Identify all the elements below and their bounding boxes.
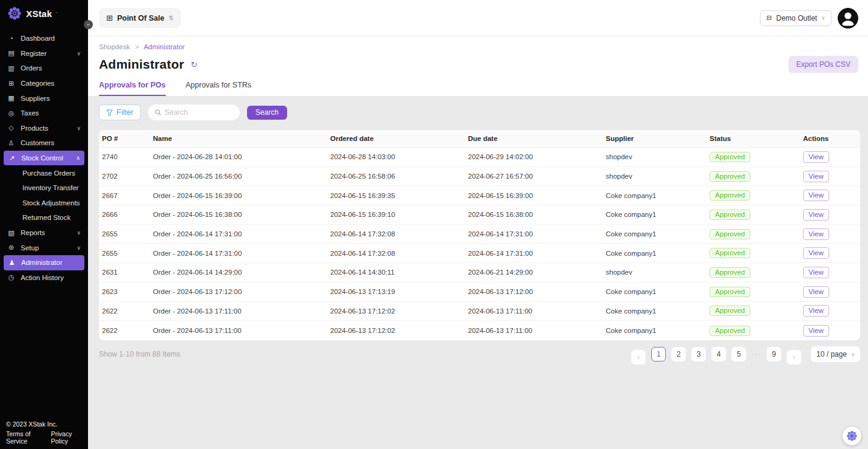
sidebar-item-register[interactable]: ▤ Register ∨ bbox=[0, 46, 88, 61]
view-button[interactable]: View bbox=[803, 190, 829, 201]
column-header-status: Status bbox=[707, 135, 800, 142]
privacy-policy-link[interactable]: Privacy Policy bbox=[51, 430, 82, 445]
view-button[interactable]: View bbox=[803, 305, 829, 317]
sidebar-item-label: Categories bbox=[21, 80, 55, 87]
status-badge: Approved bbox=[710, 326, 750, 336]
export-pos-csv-button[interactable]: Export POs CSV bbox=[788, 56, 858, 73]
cell-supplier: Coke company1 bbox=[603, 288, 707, 295]
store-icon: ⊟ bbox=[767, 14, 772, 22]
view-button[interactable]: View bbox=[803, 247, 829, 259]
chat-widget-button[interactable] bbox=[843, 427, 861, 445]
cell-po-number: 2667 bbox=[99, 192, 150, 199]
app-switcher[interactable]: ⊞ Point Of Sale ⇅ bbox=[99, 8, 181, 28]
search-input[interactable] bbox=[164, 108, 233, 117]
table-row: 2667 Order - 2024-06-15 16:39:00 2024-06… bbox=[99, 186, 860, 205]
cell-ordered-date: 2024-06-28 14:03:00 bbox=[327, 153, 465, 160]
tab-approvals-for-strs[interactable]: Approvals for STRs bbox=[186, 81, 251, 96]
breadcrumb-current[interactable]: Administrator bbox=[144, 43, 185, 50]
table-row: 2655 Order - 2024-06-14 17:31:00 2024-06… bbox=[99, 225, 860, 244]
sidebar-item-products[interactable]: ◇ Products ∨ bbox=[0, 121, 88, 136]
page-9-button[interactable]: 9 bbox=[767, 347, 781, 362]
search-button[interactable]: Search bbox=[247, 106, 287, 120]
cell-supplier: shopdev bbox=[603, 173, 707, 180]
sidebar-item-stock-control[interactable]: ↗ Stock Control ∧ bbox=[4, 151, 84, 166]
sidebar-item-label: Stock Control bbox=[21, 154, 63, 162]
page-size-selector[interactable]: 10 / page ∨ bbox=[811, 346, 860, 362]
page-1-button[interactable]: 1 bbox=[651, 347, 666, 362]
cell-due-date: 2024-06-14 17:31:00 bbox=[465, 230, 603, 238]
cell-ordered-date: 2024-06-14 17:32:08 bbox=[327, 250, 465, 257]
terms-of-service-link[interactable]: Terms of Service bbox=[6, 430, 43, 445]
breadcrumb-separator: > bbox=[135, 43, 139, 50]
sidebar-item-customers[interactable]: ♙ Customers bbox=[0, 135, 88, 151]
brand-logo[interactable]: XStak' bbox=[0, 0, 88, 26]
sidebar-item-setup[interactable]: ⊛ Setup ∨ bbox=[0, 240, 88, 255]
page-2-button[interactable]: 2 bbox=[671, 347, 686, 362]
view-button[interactable]: View bbox=[803, 151, 829, 163]
reports-icon: ▧ bbox=[7, 229, 15, 237]
sidebar-item-stock-adjustments[interactable]: Stock Adjustments bbox=[0, 196, 88, 211]
column-header-supplier: Supplier bbox=[603, 135, 707, 142]
prev-page-button[interactable]: ‹ bbox=[631, 350, 646, 365]
chevron-down-icon: ∨ bbox=[76, 50, 81, 57]
sidebar-item-action-history[interactable]: ◷ Action History bbox=[0, 270, 88, 286]
sidebar-item-administrator[interactable]: ♟ Administrator bbox=[4, 255, 84, 270]
content-body: Filter Search PO # Name Ordered date Due… bbox=[88, 96, 868, 449]
sidebar-item-returned-stock[interactable]: Returned Stock bbox=[0, 210, 88, 225]
status-badge: Approved bbox=[710, 287, 750, 297]
breadcrumb-root[interactable]: Shopdesk bbox=[99, 43, 130, 50]
sidebar-item-label: Taxes bbox=[21, 109, 39, 117]
view-button[interactable]: View bbox=[803, 286, 829, 298]
register-icon: ▤ bbox=[7, 49, 15, 57]
cell-name: Order - 2024-06-14 17:31:00 bbox=[150, 230, 327, 238]
chevron-down-icon: ∨ bbox=[76, 125, 81, 131]
sidebar-item-dashboard[interactable]: ◔ Dashboard bbox=[0, 31, 88, 46]
cell-supplier: Coke company1 bbox=[603, 307, 707, 315]
tabs: Approvals for POs Approvals for STRs bbox=[99, 81, 858, 96]
sidebar-item-label: Suppliers bbox=[21, 95, 50, 102]
cell-po-number: 2655 bbox=[99, 250, 150, 257]
search-icon bbox=[155, 109, 161, 116]
sidebar-item-taxes[interactable]: ◎ Taxes bbox=[0, 106, 88, 121]
approvals-table: PO # Name Ordered date Due date Supplier… bbox=[99, 130, 860, 340]
tab-approvals-for-pos[interactable]: Approvals for POs bbox=[99, 81, 166, 96]
view-button[interactable]: View bbox=[803, 325, 829, 337]
setup-icon: ⊛ bbox=[7, 244, 15, 252]
pagination: Show 1-10 from 88 Items ‹ 1 2 3 4 5 ··· … bbox=[99, 344, 860, 365]
view-button[interactable]: View bbox=[803, 171, 829, 182]
sidebar: XStak' ◔ Dashboard ▤ Register ∨ ▥ Orders… bbox=[0, 0, 88, 449]
page-5-button[interactable]: 5 bbox=[731, 347, 746, 362]
sidebar-item-label: Administrator bbox=[21, 259, 63, 266]
user-avatar[interactable] bbox=[838, 8, 858, 29]
page-size-label: 10 / page bbox=[816, 350, 847, 358]
sidebar-item-categories[interactable]: ⊞ Categories bbox=[0, 76, 88, 91]
view-button[interactable]: View bbox=[803, 209, 829, 221]
sidebar-item-label: Reports bbox=[21, 229, 45, 236]
outlet-selector-label: Demo Outlet bbox=[776, 14, 817, 22]
cell-due-date: 2024-06-13 17:11:00 bbox=[465, 327, 603, 334]
cell-ordered-date: 2024-06-15 16:39:35 bbox=[327, 192, 465, 199]
column-header-due-date: Due date bbox=[465, 135, 603, 142]
sidebar-item-inventory-transfer[interactable]: Inventory Transfer bbox=[0, 180, 88, 196]
cell-supplier: Coke company1 bbox=[603, 192, 707, 199]
view-button[interactable]: View bbox=[803, 228, 829, 240]
status-badge: Approved bbox=[710, 248, 750, 258]
page-4-button[interactable]: 4 bbox=[711, 347, 726, 362]
cell-po-number: 2702 bbox=[99, 173, 150, 180]
sidebar-item-reports[interactable]: ▧ Reports ∨ bbox=[0, 225, 88, 241]
outlet-selector[interactable]: ⊟ Demo Outlet ∨ bbox=[760, 10, 832, 26]
sidebar-item-suppliers[interactable]: ▦ Suppliers bbox=[0, 91, 88, 106]
cell-due-date: 2024-06-21 14:29:00 bbox=[465, 269, 603, 276]
sidebar-item-orders[interactable]: ▥ Orders bbox=[0, 61, 88, 76]
sidebar-collapse-button[interactable]: ‹› bbox=[84, 20, 93, 29]
filter-button[interactable]: Filter bbox=[99, 105, 141, 120]
next-page-button[interactable]: › bbox=[787, 350, 801, 365]
page-ellipsis[interactable]: ··· bbox=[751, 347, 761, 362]
chevron-down-icon: ∨ bbox=[76, 245, 81, 251]
cell-due-date: 2024-06-13 17:11:00 bbox=[465, 307, 603, 315]
view-button[interactable]: View bbox=[803, 267, 829, 278]
cell-supplier: shopdev bbox=[603, 269, 707, 276]
sidebar-item-purchase-orders[interactable]: Purchase Orders bbox=[0, 165, 88, 180]
page-3-button[interactable]: 3 bbox=[691, 347, 706, 362]
refresh-icon[interactable]: ↻ bbox=[191, 60, 197, 69]
